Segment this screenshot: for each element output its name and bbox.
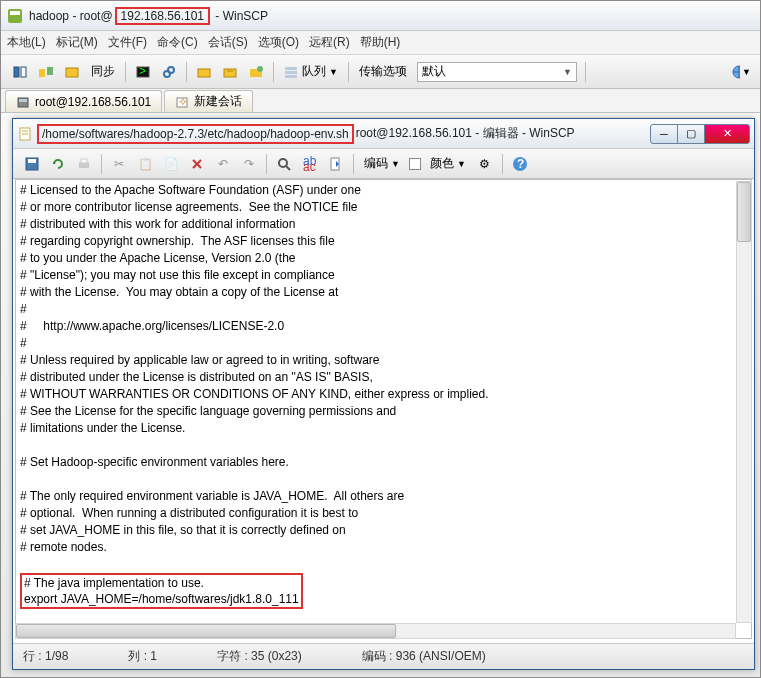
copy-icon[interactable]: 📋 [134, 153, 156, 175]
minimize-button[interactable]: ─ [650, 124, 678, 144]
hscroll-thumb[interactable] [16, 624, 396, 638]
status-char: 字符 : 35 (0x23) [217, 648, 302, 665]
goto-icon[interactable] [325, 153, 347, 175]
svg-point-14 [257, 66, 263, 72]
editor-window: /home/softwares/hadoop-2.7.3/etc/hadoop/… [12, 118, 755, 670]
svg-text:ac: ac [303, 160, 316, 172]
status-enc: 编码 : 936 (ANSI/OEM) [362, 648, 486, 665]
encoding-check[interactable] [409, 158, 421, 170]
svg-text:✧: ✧ [178, 95, 188, 109]
help-icon[interactable]: ? [509, 153, 531, 175]
svg-rect-20 [19, 99, 27, 102]
scroll-thumb[interactable] [737, 182, 751, 242]
editor-titlebar: /home/softwares/hadoop-2.7.3/etc/hadoop/… [13, 119, 754, 149]
main-titlebar: hadoop - root@192.168.56.101 - WinSCP [1, 1, 760, 31]
undo-icon[interactable]: ↶ [212, 153, 234, 175]
svg-text:?: ? [517, 157, 524, 171]
editor-title-rest: root@192.168.56.101 - 编辑器 - WinSCP [356, 125, 651, 142]
sync-folder-icon[interactable] [61, 61, 83, 83]
encoding-select[interactable]: 编码 ▼ [358, 153, 406, 174]
menu-local[interactable]: 本地(L) [7, 34, 46, 51]
link-icon[interactable] [158, 61, 180, 83]
menu-remote[interactable]: 远程(R) [309, 34, 350, 51]
ip-highlight: 192.168.56.101 [115, 7, 210, 25]
svg-rect-17 [285, 75, 297, 78]
terminal-icon[interactable]: > [132, 61, 154, 83]
svg-rect-27 [28, 159, 36, 163]
app-icon [7, 8, 23, 24]
menu-file[interactable]: 文件(F) [108, 34, 147, 51]
xfer-select[interactable]: 默认▼ [417, 62, 577, 82]
globe-icon[interactable]: ▼ [730, 61, 752, 83]
folder-refresh-icon[interactable] [245, 61, 267, 83]
editor-statusbar: 行 : 1/98 列 : 1 字符 : 35 (0x23) 编码 : 936 (… [13, 643, 754, 669]
find-icon[interactable] [273, 153, 295, 175]
svg-rect-5 [47, 67, 53, 75]
delete-icon[interactable] [186, 153, 208, 175]
menu-opt[interactable]: 选项(O) [258, 34, 299, 51]
print-icon[interactable] [73, 153, 95, 175]
new-icon: ✧ [175, 95, 189, 109]
tab-session[interactable]: root@192.168.56.101 [5, 90, 162, 112]
save-icon[interactable] [21, 153, 43, 175]
status-col: 列 : 1 [128, 648, 157, 665]
close-button[interactable]: ✕ [704, 124, 750, 144]
compare-icon[interactable] [35, 61, 57, 83]
notepad-icon [17, 126, 33, 142]
main-menu: 本地(L) 标记(M) 文件(F) 命令(C) 会话(S) 选项(O) 远程(R… [1, 31, 760, 55]
svg-rect-12 [224, 69, 236, 77]
svg-rect-11 [198, 69, 210, 77]
window-buttons: ─ ▢ ✕ [651, 124, 750, 144]
session-tabs: root@192.168.56.101 ✧新建会话 [1, 89, 760, 113]
menu-cmd[interactable]: 命令(C) [157, 34, 198, 51]
status-line: 行 : 1/98 [23, 648, 68, 665]
svg-rect-4 [39, 69, 45, 77]
svg-rect-1 [10, 11, 20, 15]
paste-icon[interactable]: 📄 [160, 153, 182, 175]
editor-content[interactable]: # Licensed to the Apache Software Founda… [16, 180, 751, 639]
horizontal-scrollbar[interactable] [15, 623, 736, 639]
nav-icon[interactable] [9, 61, 31, 83]
folder2-icon[interactable] [219, 61, 241, 83]
server-icon [16, 95, 30, 109]
menu-mark[interactable]: 标记(M) [56, 34, 98, 51]
tab-new-session[interactable]: ✧新建会话 [164, 90, 253, 112]
color-select[interactable]: 颜色 ▼ [424, 153, 472, 174]
xfer-label: 传输选项 [359, 63, 407, 80]
svg-rect-16 [285, 71, 297, 74]
svg-rect-3 [21, 67, 26, 77]
svg-point-32 [279, 159, 287, 167]
svg-rect-2 [14, 67, 19, 77]
find-replace-icon[interactable]: abac [299, 153, 321, 175]
editor-toolbar: ✂ 📋 📄 ↶ ↷ abac 编码 ▼ 颜色 ▼ ⚙ ? [13, 149, 754, 179]
cut-icon[interactable]: ✂ [108, 153, 130, 175]
folder1-icon[interactable] [193, 61, 215, 83]
svg-rect-29 [81, 159, 87, 163]
svg-rect-15 [285, 67, 297, 70]
svg-text:>: > [139, 64, 146, 78]
reload-icon[interactable] [47, 153, 69, 175]
menu-help[interactable]: 帮助(H) [360, 34, 401, 51]
svg-line-33 [286, 166, 290, 170]
main-toolbar: 同步 > 队列 ▼ 传输选项 默认▼ ▼ [1, 55, 760, 89]
svg-rect-6 [66, 68, 78, 77]
file-path: /home/softwares/hadoop-2.7.3/etc/hadoop/… [37, 124, 354, 144]
settings-icon[interactable]: ⚙ [474, 153, 496, 175]
vertical-scrollbar[interactable] [736, 181, 752, 623]
menu-session[interactable]: 会话(S) [208, 34, 248, 51]
sync-button[interactable]: 同步 [85, 61, 121, 82]
svg-point-10 [168, 67, 174, 73]
editor-text-area[interactable]: # Licensed to the Apache Software Founda… [15, 179, 752, 639]
redo-icon[interactable]: ↷ [238, 153, 260, 175]
queue-button[interactable]: 队列 ▼ [278, 61, 344, 82]
main-title: hadoop - root@192.168.56.101 - WinSCP [29, 9, 754, 23]
maximize-button[interactable]: ▢ [677, 124, 705, 144]
java-home-highlight: # The java implementation to use. export… [20, 573, 303, 609]
